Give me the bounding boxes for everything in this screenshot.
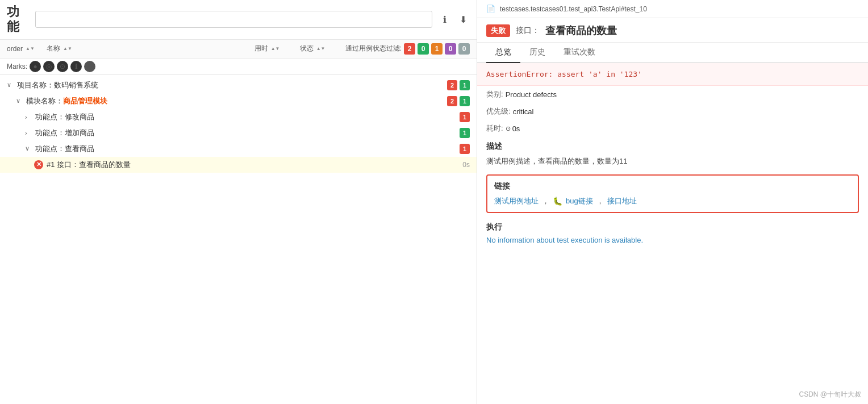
error-icon: ✕ — [34, 160, 43, 169]
tree-item-api[interactable]: ✕ #1 接口：查看商品的数量 0s — [0, 157, 477, 173]
mark-icon-circle[interactable]: ● — [30, 61, 41, 72]
filter-badge-pass[interactable]: 0 — [418, 43, 429, 55]
app-title: 功 能 — [7, 5, 30, 35]
category-value: Product defects — [506, 90, 557, 99]
tree-container[interactable]: ∨ 项目名称：数码销售系统 2 1 ∨ 模块名称：商品管理模块 2 1 › 功能… — [0, 75, 477, 404]
left-panel: 功 能 ℹ ⬇ order ▲▼ 名称 ▲▼ 用时 ▲▼ 状态 ▲▼ 通过用例状… — [0, 0, 477, 404]
api-link[interactable]: 接口地址 — [607, 196, 637, 206]
interface-label: 接口： — [516, 26, 540, 36]
filter-section: 通过用例状态过滤: 2 0 1 0 0 — [345, 43, 470, 55]
tree-label-module: 模块名称：商品管理模块 — [26, 96, 443, 106]
time-value: 0s — [512, 124, 520, 133]
description-text: 测试用例描述，查看商品的数量，数量为11 — [486, 157, 627, 165]
tree-label-project: 项目名称：数码销售系统 — [17, 80, 443, 90]
tree-label-api: #1 接口：查看商品的数量 — [47, 160, 453, 170]
tree-item-modify[interactable]: › 功能点：修改商品 1 — [0, 109, 477, 125]
module-badge-fail: 2 — [447, 96, 457, 106]
bug-link[interactable]: bug链接 — [566, 196, 593, 206]
tree-item-add[interactable]: › 功能点：增加商品 1 — [0, 125, 477, 141]
watermark: CSDN @十旬叶大叔 — [799, 390, 861, 399]
time-sort-icon[interactable]: ▲▼ — [271, 47, 280, 51]
links-box: 链接 测试用例地址 ， 🐛 bug链接 ， 接口地址 — [486, 174, 859, 213]
filter-label: 通过用例状态过滤: — [345, 44, 402, 53]
bug-icon: 🐛 — [553, 197, 562, 206]
tab-retries[interactable]: 重试次数 — [554, 43, 604, 63]
detail-content: AssertionError: assert 'a' in '123' 类别: … — [477, 63, 868, 404]
toggle-add[interactable]: › — [25, 130, 32, 136]
module-badges: 2 1 — [447, 96, 470, 106]
col-order[interactable]: order ▲▼ — [7, 45, 47, 53]
links-title: 链接 — [494, 181, 851, 191]
detail-title-row: 失败 接口： 查看商品的数量 — [477, 18, 868, 43]
search-input[interactable] — [35, 11, 432, 28]
links-content: 测试用例地址 ， 🐛 bug链接 ， 接口地址 — [494, 196, 851, 206]
status-sort-icon[interactable]: ▲▼ — [316, 47, 326, 51]
tab-history[interactable]: 历史 — [520, 43, 554, 63]
filter-badge-skip[interactable]: 1 — [431, 43, 443, 55]
module-badge-pass: 1 — [460, 96, 470, 106]
priority-label: 优先级: — [486, 106, 511, 116]
priority-value: critical — [513, 107, 534, 116]
toggle-modify[interactable]: › — [25, 114, 32, 120]
left-header: 功 能 ℹ ⬇ — [0, 0, 477, 40]
view-badges: 1 — [460, 144, 470, 154]
mark-icon-target[interactable]: ◎ — [43, 61, 55, 72]
project-badge-pass: 1 — [460, 80, 470, 90]
toggle-view[interactable]: ∨ — [25, 145, 32, 152]
tree-item-module[interactable]: ∨ 模块名称：商品管理模块 2 1 — [0, 93, 477, 109]
category-row: 类别: Product defects — [477, 86, 868, 103]
info-icon[interactable]: ℹ — [438, 13, 452, 26]
tabs-row: 总览 历史 重试次数 — [477, 43, 868, 63]
right-panel: 📄 testcases.testcases01.test_api3.TestAp… — [477, 0, 868, 404]
tree-label-modify: 功能点：修改商品 — [35, 112, 455, 122]
table-header: order ▲▼ 名称 ▲▼ 用时 ▲▼ 状态 ▲▼ 通过用例状态过滤: 2 0… — [0, 40, 477, 59]
tree-item-project[interactable]: ∨ 项目名称：数码销售系统 2 1 — [0, 77, 477, 93]
mark-icon-refresh[interactable]: ↻ — [84, 61, 95, 72]
tree-label-add: 功能点：增加商品 — [35, 128, 455, 138]
download-icon[interactable]: ⬇ — [456, 13, 470, 26]
toggle-module[interactable]: ∨ — [16, 97, 23, 105]
modify-badges: 1 — [460, 112, 470, 122]
tree-item-view[interactable]: ∨ 功能点：查看商品 1 — [0, 141, 477, 157]
category-label: 类别: — [486, 89, 503, 99]
marks-row: Marks: ● ◎ ⊙ ℹ ↻ — [0, 59, 477, 75]
description-title: 描述 — [477, 137, 868, 154]
time-row: 耗时: ⊙ 0s — [477, 120, 868, 137]
tab-overview[interactable]: 总览 — [486, 43, 520, 63]
test-case-link[interactable]: 测试用例地址 — [494, 196, 539, 206]
error-text: AssertionError: assert 'a' in '123' — [486, 70, 642, 78]
tree-time-api: 0s — [453, 161, 470, 169]
modify-badge-fail: 1 — [460, 112, 470, 122]
breadcrumb: testcases.testcases01.test_api3.TestApi#… — [500, 5, 647, 13]
exec-section: 执行 No information about test execution i… — [477, 219, 868, 249]
mark-icon-info[interactable]: ℹ — [70, 61, 82, 72]
marks-label: Marks: — [7, 63, 27, 70]
view-badge-fail: 1 — [460, 144, 470, 154]
description-content: 测试用例描述，查看商品的数量，数量为11 — [477, 154, 868, 172]
error-block: AssertionError: assert 'a' in '123' — [477, 63, 868, 86]
toggle-project[interactable]: ∨ — [7, 81, 14, 89]
order-sort-icon[interactable]: ▲▼ — [26, 47, 35, 51]
mark-icon-down[interactable]: ⊙ — [57, 61, 68, 72]
col-status[interactable]: 状态 ▲▼ — [300, 44, 345, 53]
tree-label-view: 功能点：查看商品 — [35, 144, 455, 154]
filter-badge-fail[interactable]: 2 — [404, 43, 415, 55]
filter-badge-error[interactable]: 0 — [458, 43, 470, 55]
col-time[interactable]: 用时 ▲▼ — [254, 44, 300, 53]
col-name[interactable]: 名称 ▲▼ — [47, 44, 254, 53]
status-badge: 失败 — [486, 24, 510, 37]
header-icons: ℹ ⬇ — [438, 13, 470, 26]
project-badge-fail: 2 — [447, 80, 457, 90]
add-badge-pass: 1 — [460, 128, 470, 138]
name-sort-icon[interactable]: ▲▼ — [63, 47, 72, 51]
detail-title: 查看商品的数量 — [545, 24, 617, 38]
filter-badge-xfail[interactable]: 0 — [445, 43, 456, 55]
project-badges: 2 1 — [447, 80, 470, 90]
exec-title: 执行 — [486, 222, 859, 232]
exec-content: No information about test execution is a… — [486, 236, 859, 244]
file-icon: 📄 — [486, 5, 495, 13]
priority-row: 优先级: critical — [477, 103, 868, 120]
time-icon: ⊙ — [506, 125, 511, 132]
add-badges: 1 — [460, 128, 470, 138]
right-header: 📄 testcases.testcases01.test_api3.TestAp… — [477, 0, 868, 18]
